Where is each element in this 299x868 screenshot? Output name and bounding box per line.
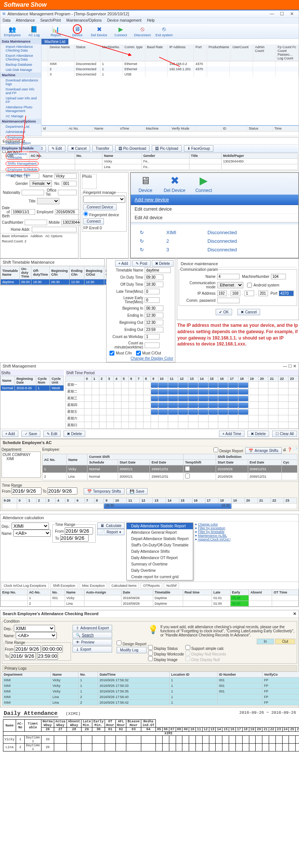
side-item[interactable]: Shifts Management xyxy=(0,161,41,167)
sr-disp[interactable]: Display Status xyxy=(148,645,184,651)
sr-disp2[interactable]: Support simple calc xyxy=(185,645,226,651)
ttf-wd[interactable] xyxy=(145,334,160,340)
side-item[interactable]: Backup Database xyxy=(0,62,41,67)
side-item[interactable]: Attendance Rule xyxy=(0,173,41,178)
lcol[interactable]: Status xyxy=(247,126,273,131)
menu-att[interactable]: Attendance xyxy=(16,18,35,22)
fp-opt[interactable] xyxy=(83,211,88,216)
rep-item[interactable]: Daily Overtime xyxy=(127,567,193,574)
ac-tab[interactable]: Clock In/Out Log Exceptions xyxy=(1,583,49,589)
side-item[interactable]: Department List xyxy=(0,124,41,129)
sr-preview[interactable]: 👁 Preview xyxy=(73,639,112,645)
lcol[interactable]: sTime xyxy=(118,126,144,131)
ttf-off[interactable] xyxy=(145,282,163,287)
sr-tot[interactable] xyxy=(37,652,58,660)
sm-btn[interactable]: ✎ Edit xyxy=(43,431,61,437)
tb-exit[interactable]: ⎋Exit system xyxy=(154,25,174,37)
lcol[interactable] xyxy=(196,126,222,131)
sm-close[interactable]: ✕ xyxy=(293,364,296,369)
emp-table[interactable]: AC No.No.NameGenderTitleMobile/Pager Vic… xyxy=(29,153,298,170)
tb-disconnect[interactable]: ⦸Disconnect xyxy=(133,25,152,37)
tb-connect[interactable]: ▶Connect xyxy=(111,25,130,37)
ac-grid[interactable]: Emp No.AC-No.No.NameAuto-AssignDateTimet… xyxy=(0,589,299,607)
sr-search[interactable]: 🔍 Search xyxy=(73,632,112,638)
devm-mode[interactable]: Ethernet xyxy=(217,282,243,288)
sm-btn[interactable]: ✖ Delete xyxy=(247,431,269,437)
f-name[interactable] xyxy=(54,173,77,179)
min-button[interactable]: — xyxy=(267,11,276,16)
stt-add[interactable]: + Add xyxy=(115,260,132,267)
gcol[interactable]: MachineNo. xyxy=(101,44,123,61)
gcol[interactable]: Fp Count Fc Count Passwo… Log Count xyxy=(276,44,299,61)
f-card[interactable] xyxy=(25,220,47,225)
devm-mno[interactable] xyxy=(271,274,286,279)
rep-item[interactable]: Daily Attendance Statistic Report xyxy=(127,523,193,529)
sm-btn[interactable]: ☐ Clear All xyxy=(272,431,297,437)
ttf-mci[interactable] xyxy=(110,351,114,356)
ac-name[interactable]: <All> xyxy=(13,530,51,537)
ttf-late[interactable] xyxy=(145,289,160,294)
menu-maint[interactable]: Maintenance/Options xyxy=(67,18,102,22)
ac-row[interactable]: 2Lina2016/09/26Daytime01:0030:40 xyxy=(1,601,299,607)
sr-from[interactable] xyxy=(15,645,41,652)
sac-from[interactable] xyxy=(12,487,41,495)
zoom-connect[interactable]: ▶Connect xyxy=(189,173,218,195)
report-menu[interactable]: Daily Attendance Statistic ReportAttenda… xyxy=(126,523,193,580)
ac-link[interactable]: ● Change color xyxy=(195,523,298,526)
sac-temp[interactable]: 📅 Temporary Shifts xyxy=(84,488,124,495)
side-item[interactable]: Employee xyxy=(0,134,41,140)
side-item[interactable]: Export Attendance Checking Data xyxy=(0,53,41,62)
zoom-row[interactable]: ↻3Disconnected xyxy=(140,245,295,254)
sm-btn[interactable]: ✖ Delete xyxy=(64,431,85,437)
menu-dev[interactable]: Device management xyxy=(107,18,142,22)
ac-report[interactable]: 📄 Report ▾ xyxy=(97,529,124,535)
ip4[interactable] xyxy=(258,291,268,296)
ttf-mco[interactable] xyxy=(136,351,141,356)
emp-toolbtn[interactable]: 🖼 Pic-Download xyxy=(115,145,150,152)
f-gender[interactable]: Female xyxy=(30,180,52,187)
zoom-del-device[interactable]: ✖Del Device xyxy=(160,173,189,195)
side-grp[interactable]: Data Maintenance xyxy=(0,39,41,44)
side-item[interactable]: Attendance Photo Management xyxy=(0,105,41,114)
sac-to[interactable] xyxy=(47,487,77,495)
sac-row[interactable]: 1VickyNormal2000/1/12999/12/312016/9/262… xyxy=(43,465,298,473)
lcol[interactable]: Time xyxy=(273,126,299,131)
devm-name[interactable] xyxy=(217,274,240,279)
fp-sel[interactable] xyxy=(83,196,125,203)
zoom-edit-all[interactable]: Edit All device xyxy=(131,214,298,222)
sac-design[interactable]: Design Report xyxy=(213,447,243,454)
rep-item[interactable]: Create report for current grid xyxy=(127,574,193,580)
ac-link[interactable]: ● Maintenance AL/BL xyxy=(195,534,298,537)
side-item[interactable]: AC Manage xyxy=(0,114,41,119)
ac-link[interactable]: ● Filter by exception xyxy=(195,526,298,530)
sr-table[interactable]: DepartmentNameNo.Date/TimeLocation IDID … xyxy=(2,672,299,706)
gcol[interactable]: ProductName xyxy=(207,44,231,61)
sr-adv[interactable]: ⇪ Advanced Export xyxy=(73,625,112,631)
gcol[interactable]: Admin Count xyxy=(253,44,276,61)
tb-device[interactable]: 🖥Device xyxy=(68,25,87,37)
sac-arrange[interactable]: 📅 Arrange Shifts xyxy=(245,447,281,454)
side-grp[interactable]: Employee Schedule xyxy=(0,146,41,151)
sr-disp[interactable]: Display Workcode xyxy=(148,651,184,656)
ttf-cnt[interactable] xyxy=(145,342,160,348)
rep-item[interactable]: Staff's On-Duty/Off-Duty Timetable xyxy=(127,542,193,548)
gcol[interactable]: UserCount xyxy=(231,44,253,61)
close-button[interactable]: ✕ xyxy=(287,11,296,16)
devm-cancel[interactable]: ✖ Cancel xyxy=(237,309,260,315)
side-item[interactable]: Import Attendance Checking Data xyxy=(0,44,41,53)
sm-min[interactable]: — xyxy=(283,364,287,369)
menu-search[interactable]: Search/Print xyxy=(40,18,61,22)
stt-del[interactable]: ✖ Delete xyxy=(152,260,173,267)
ttf-bo[interactable] xyxy=(145,320,163,325)
emp-toolbtn[interactable]: Transfer xyxy=(92,145,113,152)
devm-ok[interactable]: ✔ OK xyxy=(216,309,232,315)
sac-row[interactable]: 2LinaNormal2000/1/12999/12/312016/9/2620… xyxy=(43,473,298,480)
ttf-ei[interactable] xyxy=(145,313,163,318)
sr-row[interactable]: XIMIVicky12016/9/26 17:56:331001FP xyxy=(2,683,299,689)
fp-connect[interactable]: Connect xyxy=(83,218,104,224)
ac-tab[interactable]: NoShif xyxy=(164,583,179,589)
tb-deldevice[interactable]: ✖Del Device xyxy=(89,25,109,37)
gcol[interactable]: Status xyxy=(74,44,101,61)
gcol[interactable]: Comm. type xyxy=(123,44,145,61)
emp-toolbtn[interactable]: 🖼 Pic-Upload xyxy=(152,145,182,152)
